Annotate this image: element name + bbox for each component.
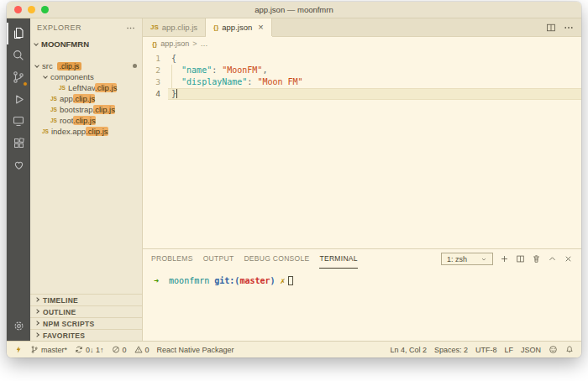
warning-icon (134, 345, 143, 354)
tree-item-src[interactable]: src.clip.js (30, 60, 142, 71)
code-content: } (168, 88, 581, 100)
search-icon (12, 49, 25, 62)
extensions-icon (13, 137, 25, 149)
chevron-down-icon (34, 63, 39, 68)
activitybar-source-control[interactable] (7, 66, 30, 88)
chevron-down-icon (34, 41, 39, 46)
error-icon (112, 345, 120, 354)
activitybar-run-debug[interactable] (7, 88, 30, 110)
breadcrumb-file[interactable]: app.json (160, 39, 189, 48)
explorer-icon (12, 27, 25, 40)
tree-item-components[interactable]: components (30, 71, 142, 82)
status-git-branch[interactable]: master* (30, 345, 67, 354)
activitybar-remote-explorer[interactable] (7, 110, 30, 132)
status-feedback[interactable] (549, 345, 558, 354)
chevron-right-icon (34, 309, 39, 314)
status-encoding[interactable]: UTF-8 (475, 346, 497, 354)
editor-actions (538, 18, 581, 36)
split-editor-icon[interactable] (546, 23, 556, 33)
activitybar-search[interactable] (7, 44, 30, 66)
panel-tab-output[interactable]: OUTPUT (203, 249, 234, 269)
sidebar-pane-favorites[interactable]: FAVORITES (30, 329, 142, 341)
chevron-right-icon (34, 321, 39, 326)
terminal-cursor (288, 276, 293, 285)
chevron-right-icon (34, 297, 39, 302)
status-notifications[interactable] (565, 345, 574, 354)
activitybar-favorites[interactable] (7, 154, 30, 175)
tree-item-index.app.clip.js[interactable]: JSindex.app.clip.js (30, 126, 142, 137)
panel-tab-problems[interactable]: PROBLEMS (151, 249, 193, 269)
status-errors[interactable]: 0 (112, 345, 127, 354)
breadcrumb-more[interactable]: … (201, 39, 208, 48)
indent-guide (171, 65, 172, 76)
line-number: 4 (143, 88, 168, 100)
javascript-file-icon: JS (59, 85, 66, 91)
sidebar-pane-npm-scripts[interactable]: NPM SCRIPTS (30, 317, 142, 329)
explorer-sidebar: EXPLORER MOONFMRN src.clip.jscomponentsJ… (30, 18, 143, 341)
activitybar-extensions[interactable] (7, 132, 30, 154)
window-title: app.json — moonfmrn (7, 5, 581, 14)
zoom-window-button[interactable] (41, 6, 49, 13)
panel-header: PROBLEMSOUTPUTDEBUG CONSOLETERMINAL 1: z… (143, 249, 581, 269)
explorer-more-actions-icon[interactable] (126, 23, 135, 33)
status-indentation[interactable]: Spaces: 2 (434, 346, 468, 354)
maximize-panel-icon[interactable] (548, 254, 557, 264)
close-window-button[interactable] (14, 6, 22, 13)
sidebar-pane-timeline[interactable]: TIMELINE (30, 294, 142, 305)
close-tab-icon[interactable]: × (258, 23, 263, 32)
explorer-section-header[interactable]: MOONFMRN (30, 37, 142, 50)
status-cursor-position[interactable]: Ln 4, Col 2 (390, 346, 427, 354)
tree-item-LeftNav.clip.js[interactable]: JSLeftNav.clip.js (30, 82, 142, 93)
close-panel-icon[interactable] (564, 254, 573, 264)
json-file-icon: {} (152, 40, 157, 48)
new-terminal-icon[interactable] (500, 254, 509, 264)
title-bar[interactable]: app.json — moonfmrn (7, 2, 581, 18)
tab-app.json[interactable]: {}app.json× (206, 18, 272, 36)
status-eol[interactable]: LF (504, 346, 513, 354)
status-language-mode[interactable]: JSON (521, 346, 541, 354)
sidebar-pane-outline[interactable]: OUTLINE (30, 305, 142, 317)
heart-icon (13, 159, 25, 171)
explorer-filter-badge: .clip.js (57, 62, 82, 70)
activitybar-explorer[interactable] (7, 23, 30, 44)
more-actions-icon[interactable] (564, 23, 574, 33)
terminal[interactable]: ➜ moonfmrn git:(master) ✗ (143, 269, 581, 341)
status-react-native-packager[interactable]: React Native Packager (157, 346, 234, 354)
tab-app.clip.js[interactable]: JSapp.clip.js (143, 18, 206, 36)
panel-tab-debug-console[interactable]: DEBUG CONSOLE (244, 249, 309, 269)
terminal-select[interactable]: 1: zsh (441, 253, 493, 265)
status-warnings[interactable]: 0 (134, 345, 150, 354)
smiley-icon (549, 345, 558, 354)
sidebar-panes: TIMELINEOUTLINENPM SCRIPTSFAVORITES (30, 294, 142, 341)
breadcrumb[interactable]: {} app.json > … (143, 37, 581, 50)
javascript-file-icon: JS (42, 128, 49, 134)
activitybar-settings[interactable] (7, 315, 30, 337)
terminal-prompt: ➜ moonfmrn git:(master) ✗ (154, 276, 570, 285)
activity-bar (7, 18, 30, 341)
sidebar-header: EXPLORER (30, 18, 142, 37)
javascript-file-icon: JS (50, 107, 57, 112)
line-number: 1 (143, 53, 168, 65)
sync-icon (75, 345, 83, 354)
status-packager-flash[interactable] (14, 345, 23, 354)
kill-terminal-icon[interactable] (532, 254, 541, 264)
tree-item-bootstrap.clip.js[interactable]: JSbootstrap.clip.js (30, 104, 142, 115)
text-cursor (176, 89, 177, 98)
tree-item-root.clip.js[interactable]: JSroot.clip.js (30, 115, 142, 126)
indent-guide (171, 76, 172, 88)
status-git-sync[interactable]: 0↓ 1↑ (75, 345, 104, 354)
tree-item-label: app.clip.js (60, 94, 95, 103)
tree-item-label: bootstrap.clip.js (60, 105, 115, 114)
json-file-icon: {} (213, 23, 218, 31)
split-terminal-icon[interactable] (516, 254, 525, 264)
breadcrumb-separator: > (192, 39, 197, 48)
minimize-window-button[interactable] (28, 6, 35, 13)
panel-tab-terminal[interactable]: TERMINAL (319, 249, 357, 269)
lightning-icon (14, 345, 23, 354)
gear-icon (13, 320, 25, 332)
tree-item-label: LeftNav.clip.js (68, 83, 117, 92)
tree-item-app.clip.js[interactable]: JSapp.clip.js (30, 93, 142, 104)
panel-actions: 1: zsh (441, 253, 573, 265)
code-editor[interactable]: 1{2 "name": "MoonFM",3 "displayName": "M… (143, 50, 581, 248)
file-tree: src.clip.jscomponentsJSLeftNav.clip.jsJS… (30, 50, 142, 137)
